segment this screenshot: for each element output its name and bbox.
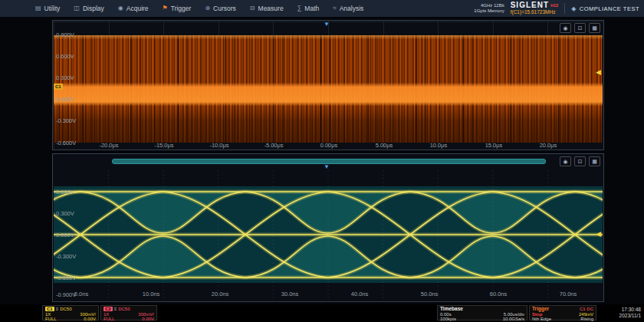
x-axis-label: -20.0μs	[99, 143, 118, 149]
clock[interactable]: 17:30:48 2023/11/1	[610, 307, 641, 319]
y-axis-label: -0.900V	[56, 292, 76, 298]
x-axis-label: 40.0ns	[351, 291, 369, 297]
panel-toolbar: ◉ ⊡ ▦	[560, 23, 600, 33]
menu-item-analysis[interactable]: ≈ Analysis	[333, 5, 363, 12]
grid-icon[interactable]: ▦	[589, 23, 600, 33]
bandwidth-info: 4GHz 12Bit	[474, 3, 504, 8]
y-axis-label: -0.600V	[56, 140, 76, 146]
trigger-slope: Rising	[580, 317, 593, 322]
menubar-right-cluster: 4GHz 12Bit 1Gpts Memory SIGLENTH12 f(C1)…	[474, 2, 644, 15]
menu-label: Trigger	[171, 5, 192, 12]
timebase-samplerate: 10.0GSa/s	[503, 317, 524, 322]
hardware-info: 4GHz 12Bit 1Gpts Memory	[474, 3, 504, 14]
time-display: 17:30:48	[610, 307, 641, 313]
trigger-position-marker[interactable]: ▼	[324, 164, 330, 170]
x-axis-label: 0.00μs	[320, 143, 338, 149]
frequency-counter: f(C1)=15.61723MHz	[511, 9, 556, 15]
eye-diagram	[54, 170, 603, 299]
x-axis-label: -15.0μs	[154, 143, 173, 149]
math-icon: ∑	[297, 5, 302, 12]
menu-label: Measure	[258, 5, 284, 12]
channel1-box[interactable]: C1≡DC50 1X 300mV/ FULL 0.00V	[42, 305, 99, 320]
statusbar: C1≡DC50 1X 300mV/ FULL 0.00V C2≡DC50 1X …	[0, 304, 644, 322]
analysis-icon: ≈	[333, 5, 336, 12]
c1-bandwidth: FULL	[45, 317, 57, 322]
y-axis-label: -0.300V	[56, 254, 76, 260]
menu-label: Utility	[44, 5, 61, 12]
x-axis-label: 15.0μs	[485, 143, 503, 149]
menu-label: Acquire	[127, 5, 149, 12]
y-axis-label: 0.300V	[56, 75, 74, 81]
c1-offset-marker[interactable]: C1	[54, 84, 63, 90]
y-axis-label: 0.900V	[56, 32, 74, 38]
coupling-icon: ≡	[114, 307, 117, 311]
menu-label: Cursors	[213, 5, 236, 12]
trigger-level-arrow[interactable]: ◀	[596, 231, 601, 238]
y-axis-label: 0.300V	[56, 211, 74, 217]
menu-item-measure[interactable]: ⊟ Measure	[250, 5, 284, 12]
x-axis-label: 30.0ns	[281, 291, 299, 297]
coupling-icon: ≡	[56, 307, 59, 311]
camera-icon[interactable]: ◉	[560, 156, 571, 166]
channel2-box[interactable]: C2≡DC50 1X 300mV/ FULL 0.00V	[100, 305, 157, 320]
y-axis-label: 0.000V	[56, 97, 74, 103]
trigger-box[interactable]: Trigger C1 DC Stop 249mV Nth Edge Rising	[529, 305, 596, 320]
brand-block: SIGLENTH12 f(C1)=15.61723MHz	[511, 2, 558, 15]
menu-item-cursors[interactable]: ⊕ Cursors	[205, 5, 235, 12]
grid-icon[interactable]: ▦	[589, 156, 600, 166]
c2-coupling: DC50	[118, 307, 130, 311]
x-axis-label: 0.0ns	[74, 291, 88, 297]
waveform-panel: 0.900V 0.600V 0.300V 0.000V -0.300V -0.6…	[52, 20, 604, 150]
x-axis-label: 10.0μs	[430, 143, 448, 149]
trigger-type: Nth Edge	[532, 317, 551, 322]
compliance-label: COMPLIANCE TEST	[580, 5, 639, 12]
menubar: ▤ Utility ◫ Display ◉ Acquire ⚑ Trigger …	[0, 0, 644, 17]
acquire-icon: ◉	[118, 5, 123, 12]
camera-icon[interactable]: ◉	[560, 23, 571, 33]
expand-icon[interactable]: ⊡	[574, 23, 586, 33]
x-axis-label: 5.00μs	[376, 143, 393, 149]
c2-offset: 0.00V	[142, 317, 154, 322]
expand-icon[interactable]: ⊡	[574, 156, 586, 166]
menu-item-trigger[interactable]: ⚑ Trigger	[163, 5, 192, 12]
y-axis-label: -0.600V	[56, 275, 76, 281]
timebase-points: 100kpts	[440, 317, 456, 322]
x-axis-label: 20.0μs	[540, 143, 557, 149]
c1-offset: 0.00V	[84, 317, 96, 322]
c2-tag: C2	[104, 307, 113, 311]
menu-item-utility[interactable]: ▤ Utility	[35, 5, 60, 12]
oscilloscope-screen: ▤ Utility ◫ Display ◉ Acquire ⚑ Trigger …	[0, 0, 644, 322]
trigger-level-arrow[interactable]: ◀	[596, 69, 601, 76]
menu-item-display[interactable]: ◫ Display	[74, 5, 104, 12]
c1-dense-waveform	[54, 35, 603, 143]
x-axis-label: 10.0ns	[143, 291, 160, 297]
x-axis-label: -5.00μs	[264, 143, 283, 149]
x-axis-label: 50.0ns	[421, 291, 439, 297]
x-axis-label: 20.0ns	[212, 291, 229, 297]
compliance-icon: ◈	[571, 5, 577, 12]
c2-bandwidth: FULL	[104, 317, 115, 322]
c1-coupling: DC50	[60, 307, 71, 311]
brand-logo: SIGLENTH12	[511, 2, 558, 9]
x-axis-label: 60.0ns	[490, 291, 508, 297]
trigger-flag-icon: ⚑	[163, 5, 168, 12]
menu-item-acquire[interactable]: ◉ Acquire	[118, 5, 149, 12]
y-axis-label: 0.600V	[56, 54, 74, 60]
menu-item-math[interactable]: ∑ Math	[297, 5, 320, 12]
display-icon: ◫	[74, 5, 80, 12]
compliance-test-button[interactable]: ◈ COMPLIANCE TEST	[571, 5, 639, 12]
y-axis-label: -0.300V	[56, 118, 76, 124]
eye-panel: ◉ ⊡ ▦ ▼	[52, 153, 604, 302]
memory-info: 1Gpts Memory	[474, 8, 504, 14]
date-display: 2023/11/1	[610, 313, 641, 319]
trigger-position-marker[interactable]: ▼	[324, 21, 330, 28]
panel-toolbar: ◉ ⊡ ▦	[560, 156, 600, 166]
menu-label: Math	[304, 5, 319, 12]
c1-tag: C1	[45, 307, 54, 311]
model-badge: H12	[550, 3, 558, 8]
timebase-box[interactable]: Timebase 0.00s 5.00us/div 100kpts 10.0GS…	[437, 305, 527, 320]
x-axis-label: 70.0ns	[560, 291, 577, 297]
y-axis-label: 0.600V	[56, 189, 74, 196]
y-axis-label: 0.000V	[56, 232, 74, 238]
cursors-icon: ⊕	[205, 5, 210, 12]
